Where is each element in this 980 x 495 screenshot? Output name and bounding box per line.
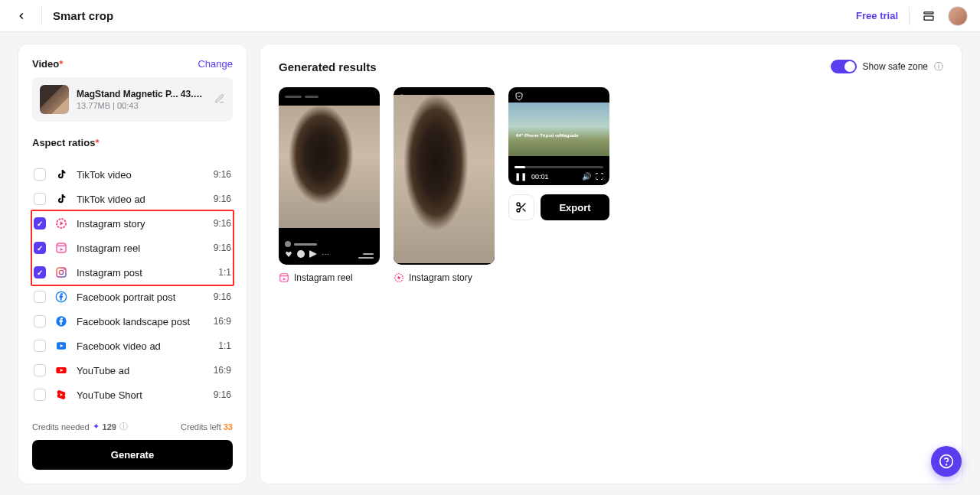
svg-marker-19 (283, 278, 286, 281)
aspect-label: Aspect ratios* (32, 137, 233, 148)
change-link[interactable]: Change (198, 58, 233, 70)
svg-point-22 (517, 203, 520, 206)
safe-zone-toggle[interactable] (831, 60, 857, 73)
preview-reel: ⋯ (279, 87, 380, 265)
info-icon[interactable]: ⓘ (934, 60, 943, 73)
ratio-label: Instagram post (77, 267, 210, 278)
svg-point-23 (517, 209, 520, 212)
ratio-row-fbv[interactable]: Facebook video ad1:1 (32, 334, 233, 358)
video-card: MagStand Magnetic P... 43.mp4 13.77MB | … (32, 77, 233, 122)
main: Video* Change MagStand Magnetic P... 43.… (0, 32, 980, 495)
action-row: Export (508, 194, 609, 220)
credits-needed: Credits needed ✦ 129 ⓘ (32, 421, 128, 432)
preview-player[interactable]: 64" Phone Tripod w/Magsafe ❚❚ 00:01 🔊 ⛶ (508, 87, 609, 185)
edit-icon[interactable] (214, 93, 225, 106)
svg-point-8 (59, 270, 63, 274)
result-preview-square: 64" Phone Tripod w/Magsafe ❚❚ 00:01 🔊 ⛶ … (508, 87, 609, 220)
svg-point-9 (64, 269, 65, 271)
generate-button[interactable]: Generate (32, 440, 233, 470)
fb-p-icon (54, 290, 68, 304)
svg-marker-3 (60, 221, 64, 225)
ratio-value: 9:16 (214, 389, 231, 400)
divider (909, 7, 910, 25)
ratio-row-tiktok[interactable]: TikTok video9:16 (32, 162, 233, 187)
result-label: Instagram reel (279, 272, 380, 283)
ratio-label: YouTube ad (77, 365, 205, 376)
ratio-value: 16:9 (214, 316, 231, 327)
ig-reel-icon (54, 241, 68, 255)
fullscreen-icon[interactable]: ⛶ (596, 172, 603, 181)
ratio-row-ig-story[interactable]: ✓Instagram story9:16 (32, 211, 233, 236)
ig-story-icon (54, 217, 68, 230)
checkbox[interactable]: ✓ (34, 266, 46, 278)
checkbox[interactable]: ✓ (34, 242, 46, 254)
svg-point-21 (397, 276, 400, 279)
info-icon[interactable]: ⓘ (119, 421, 128, 432)
result-instagram-story[interactable]: Instagram story (394, 87, 495, 283)
ratio-label: Facebook landscape post (77, 316, 205, 327)
svg-line-25 (523, 209, 526, 212)
yts-icon (54, 388, 68, 402)
crop-button[interactable] (508, 194, 534, 220)
shield-icon (514, 92, 524, 103)
ratio-row-tiktok[interactable]: TikTok video ad9:16 (32, 187, 233, 211)
time-display: 00:01 (531, 173, 549, 181)
player-controls: ❚❚ 00:01 🔊 ⛶ (514, 172, 603, 181)
checkbox[interactable] (34, 364, 46, 376)
ratio-value: 1:1 (218, 267, 231, 278)
preview-image (279, 106, 380, 228)
checkbox[interactable] (34, 389, 46, 401)
page-title: Smart crop (53, 9, 113, 22)
ratio-row-fb[interactable]: Facebook landscape post16:9 (32, 309, 233, 334)
ratio-value: 9:16 (214, 218, 231, 229)
ratio-label: Facebook video ad (77, 340, 210, 352)
credits-row: Credits needed ✦ 129 ⓘ Credits left 33 (32, 421, 233, 432)
avatar[interactable] (948, 6, 968, 26)
preview-image (394, 95, 495, 263)
pause-icon[interactable]: ❚❚ (514, 172, 527, 181)
header-left: Smart crop (12, 7, 113, 25)
video-thumbnail (40, 85, 69, 114)
help-button[interactable] (931, 446, 962, 477)
result-instagram-reel[interactable]: ⋯ Instagram reel (279, 87, 380, 283)
ratio-row-fb-p[interactable]: Facebook portrait post9:16 (32, 285, 233, 309)
content: Generated results Show safe zone ⓘ ⋯ (260, 44, 962, 484)
highlighted-group: ✓Instagram story9:16✓Instagram reel9:16✓… (31, 210, 234, 286)
ratio-value: 9:16 (214, 291, 231, 302)
result-label: Instagram story (394, 272, 495, 283)
ratio-row-yts[interactable]: YouTube Short9:16 (32, 383, 233, 407)
divider (41, 7, 42, 25)
svg-point-28 (946, 464, 947, 465)
free-trial-link[interactable]: Free trial (856, 10, 898, 21)
tiktok-icon (54, 192, 68, 206)
ratio-value: 9:16 (214, 243, 231, 253)
checkbox[interactable] (34, 168, 46, 181)
video-meta: 13.77MB | 00:43 (77, 101, 207, 110)
content-title: Generated results (279, 60, 377, 73)
back-button[interactable] (12, 7, 31, 25)
preview-story (394, 87, 495, 265)
checkbox[interactable]: ✓ (34, 217, 46, 230)
fb-icon (54, 314, 68, 328)
app-header: Smart crop Free trial (0, 0, 980, 32)
volume-icon[interactable]: 🔊 (582, 172, 591, 181)
ig-post-icon (54, 265, 68, 279)
ratio-row-ig-reel[interactable]: ✓Instagram reel9:16 (32, 236, 233, 260)
ratio-row-yt[interactable]: YouTube ad16:9 (32, 358, 233, 383)
ratio-value: 9:16 (214, 194, 231, 204)
export-button[interactable]: Export (541, 194, 609, 220)
ratio-value: 16:9 (214, 365, 231, 376)
checkbox[interactable] (34, 315, 46, 327)
safe-zone-control: Show safe zone ⓘ (831, 60, 943, 73)
checkbox[interactable] (34, 340, 46, 352)
checkbox[interactable] (34, 291, 46, 303)
layers-icon[interactable] (920, 8, 937, 24)
header-right: Free trial (856, 6, 968, 26)
progress-bar[interactable] (514, 166, 603, 168)
results-row: ⋯ Instagram reel Instagram sto (279, 87, 943, 283)
checkbox[interactable] (34, 193, 46, 205)
ratio-row-ig-post[interactable]: ✓Instagram post1:1 (32, 260, 233, 285)
svg-rect-1 (924, 16, 933, 20)
video-section-header: Video* Change (32, 58, 233, 77)
ratio-label: Instagram reel (77, 243, 205, 254)
